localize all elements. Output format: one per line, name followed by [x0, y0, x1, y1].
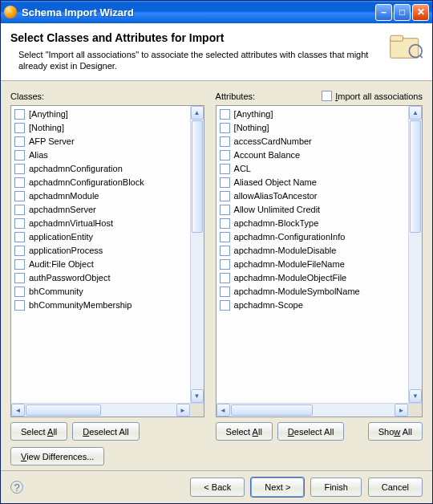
- attributes-vscrollbar[interactable]: ▲ ▼: [408, 106, 422, 403]
- attribute-item-label: apchadmn-BlockType: [234, 218, 319, 228]
- checkbox-icon[interactable]: [220, 273, 230, 283]
- checkbox-icon[interactable]: [14, 150, 25, 161]
- checkbox-icon[interactable]: [220, 150, 230, 161]
- class-item[interactable]: apchadmnConfiguration: [13, 162, 190, 176]
- scroll-right-icon[interactable]: ►: [176, 404, 190, 417]
- scroll-right-icon[interactable]: ►: [395, 404, 408, 417]
- attribute-item-label: Allow Unlimited Credit: [234, 205, 321, 214]
- scroll-thumb[interactable]: [26, 404, 101, 416]
- class-item[interactable]: apchadmnConfigurationBlock: [13, 176, 190, 189]
- checkbox-icon[interactable]: [220, 191, 230, 201]
- classes-hscrollbar[interactable]: ◄ ►: [11, 403, 204, 417]
- attributes-deselect-all-button[interactable]: Deselect All: [277, 422, 344, 441]
- class-item[interactable]: apchadmnVirtualHost: [13, 217, 190, 230]
- finish-button[interactable]: Finish: [310, 478, 361, 497]
- attribute-item[interactable]: Aliased Object Name: [218, 176, 408, 189]
- checkbox-icon[interactable]: [14, 218, 25, 229]
- wizard-header: Select Classes and Attributes for Import…: [1, 23, 432, 81]
- minimize-button[interactable]: –: [375, 4, 392, 21]
- checkbox-icon[interactable]: [14, 259, 25, 270]
- attribute-item[interactable]: Allow Unlimited Credit: [218, 203, 408, 217]
- scroll-down-icon[interactable]: ▼: [191, 389, 204, 403]
- checkbox-icon[interactable]: [14, 136, 25, 147]
- scroll-left-icon[interactable]: ◄: [216, 404, 230, 417]
- scroll-up-icon[interactable]: ▲: [409, 106, 422, 120]
- attribute-item[interactable]: [Anything]: [218, 108, 408, 121]
- attribute-item[interactable]: [Nothing]: [218, 121, 408, 135]
- class-item[interactable]: authPasswordObject: [13, 271, 190, 285]
- scroll-thumb[interactable]: [192, 120, 203, 233]
- attribute-item[interactable]: apchadmn-ModuleFileName: [218, 258, 408, 271]
- view-differences-button[interactable]: View Differences...: [10, 447, 104, 465]
- maximize-button[interactable]: □: [394, 4, 411, 21]
- attributes-select-all-button[interactable]: Select All: [216, 422, 273, 441]
- classes-select-all-button[interactable]: Select All: [10, 422, 67, 441]
- attributes-hscrollbar[interactable]: ◄ ►: [216, 403, 422, 417]
- attribute-item[interactable]: apchadmn-ModuleObjectFile: [218, 271, 408, 285]
- class-item[interactable]: apchadmnModule: [13, 189, 190, 203]
- checkbox-icon[interactable]: [14, 287, 25, 297]
- checkbox-icon[interactable]: [14, 123, 25, 133]
- class-item-label: apchadmnModule: [29, 191, 99, 201]
- class-item[interactable]: Audit:File Object: [13, 258, 190, 271]
- attribute-item[interactable]: apchadmn-ConfigurationInfo: [218, 230, 408, 244]
- back-button[interactable]: < Back: [190, 478, 245, 497]
- checkbox-icon[interactable]: [14, 300, 25, 311]
- attribute-item[interactable]: accessCardNumber: [218, 135, 408, 148]
- checkbox-icon[interactable]: [14, 273, 25, 283]
- checkbox-icon[interactable]: [14, 205, 25, 215]
- import-all-associations-checkbox[interactable]: Import all associations: [322, 91, 423, 101]
- checkbox-icon[interactable]: [14, 164, 25, 174]
- class-item[interactable]: applicationProcess: [13, 244, 190, 258]
- checkbox-icon[interactable]: [220, 205, 230, 215]
- classes-vscrollbar[interactable]: ▲ ▼: [190, 106, 204, 403]
- attribute-item-label: apchadmn-Scope: [234, 300, 303, 310]
- class-item[interactable]: bhCommunity: [13, 285, 190, 299]
- attribute-item[interactable]: allowAliasToAncestor: [218, 189, 408, 203]
- next-button[interactable]: Next >: [251, 478, 304, 497]
- class-item[interactable]: applicationEntity: [13, 230, 190, 244]
- checkbox-icon[interactable]: [14, 177, 25, 188]
- attribute-item-label: accessCardNumber: [234, 136, 312, 146]
- checkbox-icon[interactable]: [220, 300, 230, 311]
- class-item[interactable]: apchadmnServer: [13, 203, 190, 217]
- class-item[interactable]: Alias: [13, 148, 190, 162]
- checkbox-icon[interactable]: [220, 218, 230, 229]
- checkbox-icon[interactable]: [322, 91, 332, 101]
- checkbox-icon[interactable]: [220, 109, 230, 120]
- attribute-item[interactable]: ACL: [218, 162, 408, 176]
- class-item[interactable]: [Anything]: [13, 108, 190, 121]
- scroll-left-icon[interactable]: ◄: [11, 404, 25, 417]
- checkbox-icon[interactable]: [14, 109, 25, 120]
- checkbox-icon[interactable]: [220, 177, 230, 188]
- checkbox-icon[interactable]: [14, 246, 25, 256]
- attribute-item[interactable]: apchadmn-ModuleSymbolName: [218, 285, 408, 299]
- scroll-down-icon[interactable]: ▼: [409, 389, 422, 403]
- classes-deselect-all-button[interactable]: Deselect All: [72, 422, 139, 441]
- checkbox-icon[interactable]: [220, 246, 230, 256]
- checkbox-icon[interactable]: [220, 259, 230, 270]
- show-all-button[interactable]: Show All: [368, 422, 423, 441]
- attribute-item-label: Account Balance: [234, 150, 301, 160]
- attribute-item[interactable]: apchadmn-BlockType: [218, 217, 408, 230]
- checkbox-icon[interactable]: [220, 287, 230, 297]
- scroll-thumb[interactable]: [231, 404, 314, 416]
- class-item[interactable]: AFP Server: [13, 135, 190, 148]
- scroll-up-icon[interactable]: ▲: [191, 106, 204, 120]
- class-item[interactable]: [Nothing]: [13, 121, 190, 135]
- close-button[interactable]: ✕: [412, 4, 429, 21]
- checkbox-icon[interactable]: [220, 164, 230, 174]
- help-icon[interactable]: ?: [10, 481, 23, 494]
- checkbox-icon[interactable]: [220, 123, 230, 133]
- attribute-item[interactable]: Account Balance: [218, 148, 408, 162]
- scroll-thumb[interactable]: [410, 120, 421, 233]
- class-item[interactable]: bhCommunityMembership: [13, 299, 190, 312]
- attribute-item[interactable]: apchadmn-ModuleDisable: [218, 244, 408, 258]
- checkbox-icon[interactable]: [14, 191, 25, 201]
- checkbox-icon[interactable]: [14, 232, 25, 242]
- cancel-button[interactable]: Cancel: [368, 478, 423, 497]
- checkbox-icon[interactable]: [220, 232, 230, 242]
- wizard-window: Schema Import Wizard – □ ✕ Select Classe…: [0, 0, 433, 504]
- checkbox-icon[interactable]: [220, 136, 230, 147]
- attribute-item[interactable]: apchadmn-Scope: [218, 299, 408, 312]
